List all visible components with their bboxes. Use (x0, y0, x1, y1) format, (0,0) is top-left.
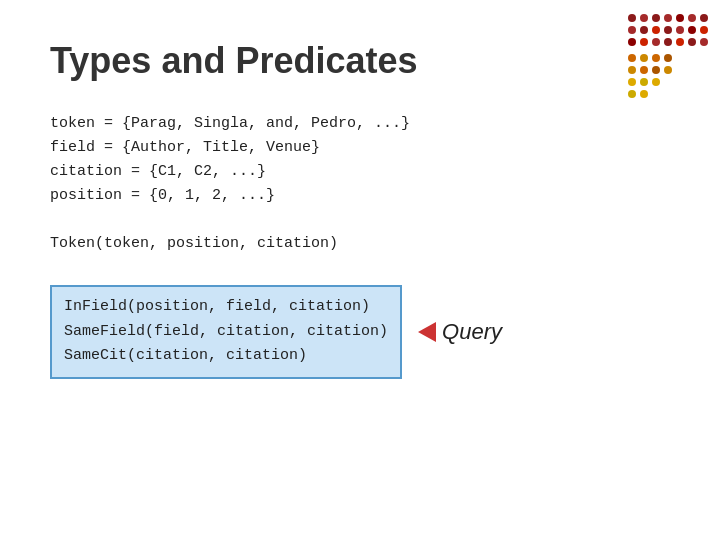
svg-point-10 (664, 26, 672, 34)
svg-point-7 (628, 26, 636, 34)
svg-point-6 (700, 14, 708, 22)
svg-point-5 (688, 14, 696, 22)
svg-point-20 (700, 38, 708, 46)
highlighted-predicates-box: InField(position, field, citation) SameF… (50, 285, 402, 379)
slide-container: Types and Predicates token = {Parag, Sin… (0, 0, 720, 540)
svg-point-1 (640, 14, 648, 22)
svg-point-13 (700, 26, 708, 34)
svg-point-12 (688, 26, 696, 34)
def-line-1: token = {Parag, Singla, and, Pedro, ...} (50, 112, 670, 136)
svg-point-3 (664, 14, 672, 22)
svg-point-17 (664, 38, 672, 46)
svg-point-2 (652, 14, 660, 22)
svg-point-22 (640, 54, 648, 62)
svg-point-0 (628, 14, 636, 22)
predicate-line-3: SameCit(citation, citation) (64, 344, 388, 369)
svg-point-15 (640, 38, 648, 46)
svg-point-4 (676, 14, 684, 22)
svg-point-30 (640, 78, 648, 86)
def-line-3: citation = {C1, C2, ...} (50, 160, 670, 184)
arrow-left-icon (418, 322, 436, 342)
svg-point-11 (676, 26, 684, 34)
svg-point-14 (628, 38, 636, 46)
predicates-section: InField(position, field, citation) SameF… (50, 285, 670, 379)
predicate-line-2: SameField(field, citation, citation) (64, 320, 388, 345)
svg-point-32 (628, 90, 636, 98)
query-arrow-container: Query (418, 319, 502, 345)
svg-point-8 (640, 26, 648, 34)
svg-point-33 (640, 90, 648, 98)
svg-point-25 (628, 66, 636, 74)
svg-point-27 (652, 66, 660, 74)
svg-point-18 (676, 38, 684, 46)
svg-point-16 (652, 38, 660, 46)
svg-point-29 (628, 78, 636, 86)
svg-point-21 (628, 54, 636, 62)
predicate-line-1: InField(position, field, citation) (64, 295, 388, 320)
svg-point-9 (652, 26, 660, 34)
decorative-dots (622, 8, 712, 98)
svg-point-28 (664, 66, 672, 74)
svg-point-24 (664, 54, 672, 62)
svg-point-19 (688, 38, 696, 46)
content-area: token = {Parag, Singla, and, Pedro, ...}… (50, 112, 670, 379)
definitions-block: token = {Parag, Singla, and, Pedro, ...}… (50, 112, 670, 208)
svg-point-31 (652, 78, 660, 86)
svg-point-26 (640, 66, 648, 74)
query-label: Query (442, 319, 502, 345)
def-line-2: field = {Author, Title, Venue} (50, 136, 670, 160)
slide-title: Types and Predicates (50, 40, 670, 82)
svg-point-23 (652, 54, 660, 62)
non-highlighted-predicate: Token(token, position, citation) (50, 232, 670, 257)
def-line-4: position = {0, 1, 2, ...} (50, 184, 670, 208)
